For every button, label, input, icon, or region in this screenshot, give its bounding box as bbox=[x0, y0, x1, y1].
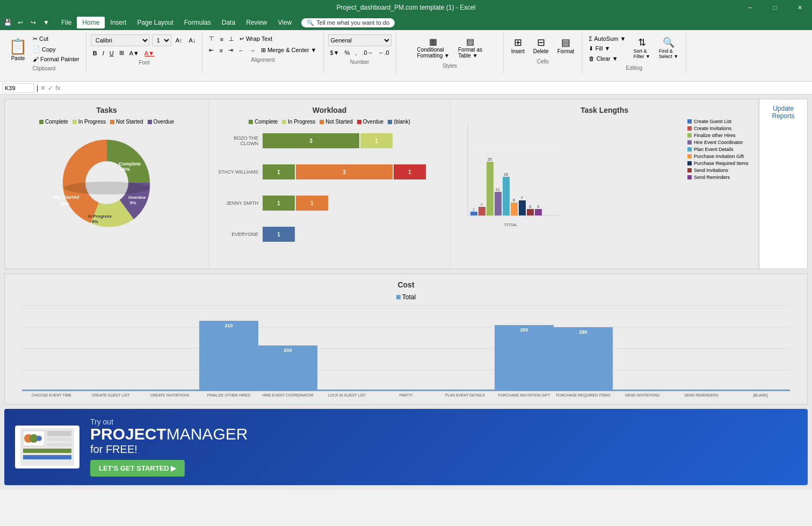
find-label: Find &Select ▼ bbox=[659, 48, 678, 59]
comma-button[interactable]: , bbox=[353, 48, 359, 57]
currency-button[interactable]: $▼ bbox=[328, 48, 342, 57]
overdue-pct-val: 9% bbox=[130, 200, 136, 205]
minimize-button[interactable]: ─ bbox=[738, 0, 763, 15]
percent-button[interactable]: % bbox=[343, 48, 352, 57]
menu-page-layout[interactable]: Page Layout bbox=[132, 17, 178, 28]
undo-qa-button[interactable]: ↩ bbox=[15, 17, 26, 28]
qa-dropdown-button[interactable]: ▼ bbox=[41, 17, 52, 28]
save-qa-button[interactable]: 💾 bbox=[2, 17, 13, 28]
underline-button[interactable]: U bbox=[107, 49, 116, 57]
workload-chart-title: Workload bbox=[215, 106, 444, 114]
font-family-select[interactable]: Calibri bbox=[91, 34, 150, 46]
align-bottom-button[interactable]: ⊥ bbox=[227, 34, 236, 44]
paste-icon: 📋 bbox=[9, 38, 27, 55]
x-label-choose: CHOOSE EVENT TIME bbox=[22, 393, 81, 398]
tasks-legend: Complete In Progress Not Started Overdue bbox=[11, 119, 202, 125]
autosum-button[interactable]: Σ AutoSum ▼ bbox=[586, 34, 628, 43]
close-button[interactable]: ✕ bbox=[787, 0, 812, 15]
align-right-button[interactable]: ⇥ bbox=[226, 46, 235, 55]
wrap-text-button[interactable]: ↵ Wrap Text bbox=[237, 34, 274, 44]
bold-button[interactable]: B bbox=[91, 49, 99, 57]
align-left-button[interactable]: ⇤ bbox=[207, 46, 216, 55]
fill-color-button[interactable]: A▼ bbox=[127, 49, 141, 57]
clear-button[interactable]: 🗑 Clear ▼ bbox=[586, 54, 628, 63]
lock-bar bbox=[317, 390, 376, 391]
in-progress-dot bbox=[73, 120, 77, 124]
insert-cells-button[interactable]: ⊞ Insert bbox=[508, 34, 528, 56]
cost-bar-create-guest bbox=[81, 390, 140, 391]
bar-purch-req bbox=[519, 200, 526, 215]
find-select-button[interactable]: 🔍 Find &Select ▼ bbox=[656, 34, 682, 61]
menu-file[interactable]: File bbox=[56, 17, 77, 28]
font-color-button[interactable]: A▼ bbox=[142, 49, 156, 57]
cut-button[interactable]: ✂ Cut bbox=[31, 34, 82, 44]
banner-cta-button[interactable]: LET'S GET STARTED ▶ bbox=[90, 460, 185, 477]
format-as-table-button[interactable]: ▤ Format asTable ▼ bbox=[455, 34, 485, 61]
menu-formulas[interactable]: Formulas bbox=[179, 17, 216, 28]
formula-input[interactable] bbox=[62, 85, 810, 91]
svg-rect-22 bbox=[47, 431, 71, 436]
border-button[interactable]: ⊞ bbox=[117, 48, 126, 57]
italic-button[interactable]: I bbox=[100, 49, 106, 57]
x-label-finalize: FINALIZE OTHER HIRES bbox=[199, 393, 258, 398]
align-middle-button[interactable]: ≡ bbox=[218, 34, 225, 44]
number-label: Number bbox=[350, 59, 369, 65]
align-center-button[interactable]: ≡ bbox=[217, 46, 224, 55]
format-cells-button[interactable]: ▤ Format bbox=[554, 34, 578, 56]
increase-font-button[interactable]: A↑ bbox=[173, 36, 185, 45]
formula-cancel-button[interactable]: ✕ bbox=[40, 84, 46, 92]
task-lengths-svg: 2 4 25 11 bbox=[457, 119, 564, 237]
editing-col1: Σ AutoSum ▼ ⬇ Fill ▼ 🗑 Clear ▼ bbox=[586, 34, 628, 63]
not-started-pct-val: 36% bbox=[60, 201, 69, 206]
tl-dot-9 bbox=[687, 175, 692, 179]
svg-text:11: 11 bbox=[496, 188, 500, 191]
wl-overdue-dot bbox=[357, 120, 361, 124]
redo-qa-button[interactable]: ↪ bbox=[28, 17, 39, 28]
fill-button[interactable]: ⬇ Fill ▼ bbox=[586, 44, 628, 53]
update-reports-button[interactable]: Update Reports bbox=[764, 105, 803, 120]
align-top-button[interactable]: ⊤ bbox=[207, 34, 216, 44]
increase-decimal-button[interactable]: .0→ bbox=[360, 48, 375, 57]
clipboard-label: Clipboard bbox=[32, 66, 55, 71]
styles-controls: ▦ ConditionalFormatting ▼ ▤ Format asTab… bbox=[414, 34, 485, 61]
bar-send-rem bbox=[535, 209, 542, 215]
conditional-formatting-button[interactable]: ▦ ConditionalFormatting ▼ bbox=[414, 34, 453, 61]
cost-legend-total: Total bbox=[396, 293, 416, 301]
paste-button[interactable]: 📋 Paste bbox=[6, 35, 30, 63]
x-label-plan: PLAN EVENT DETAILS bbox=[436, 393, 495, 398]
send-rem-bar bbox=[672, 390, 731, 391]
tasks-chart-panel: Tasks Complete In Progress Not Started O… bbox=[5, 99, 209, 269]
cost-x-labels: CHOOSE EVENT TIME CREATE GUEST LIST CREA… bbox=[22, 393, 790, 398]
number-format-select[interactable]: General bbox=[328, 34, 392, 46]
menu-view[interactable]: View bbox=[273, 17, 298, 28]
alignment-controls: ⊤ ≡ ⊥ ↵ Wrap Text ⇤ ≡ ⇥ ← → ⊞ Merge & Ce… bbox=[207, 34, 318, 55]
workload-row-bozo: BOZO THE CLOWN 3 1 bbox=[215, 133, 444, 148]
font-row2: B I U ⊞ A▼ A▼ bbox=[91, 48, 198, 57]
decrease-decimal-button[interactable]: ←.0 bbox=[376, 48, 392, 57]
cell-reference-input[interactable] bbox=[2, 83, 34, 93]
delete-cells-button[interactable]: ⊟ Delete bbox=[530, 34, 552, 56]
merge-center-button[interactable]: ⊞ Merge & Center ▼ bbox=[259, 46, 319, 55]
tell-me-input[interactable]: 🔍 Tell me what you want to do bbox=[301, 18, 395, 27]
menu-data[interactable]: Data bbox=[216, 17, 241, 28]
format-painter-button[interactable]: 🖌 Format Painter bbox=[31, 55, 82, 63]
copy-button[interactable]: 📄 Copy bbox=[31, 45, 82, 54]
formula-insert-button[interactable]: fx bbox=[55, 84, 60, 92]
menu-home[interactable]: Home bbox=[77, 17, 105, 28]
alignment-label: Alignment bbox=[251, 57, 274, 63]
maximize-button[interactable]: □ bbox=[763, 0, 787, 15]
main-content: Tasks Complete In Progress Not Started O… bbox=[0, 95, 812, 489]
purch-req-value: 280 bbox=[579, 328, 587, 335]
svg-text:7: 7 bbox=[521, 196, 523, 200]
clipboard-inner: 📋 Paste ✂ Cut 📄 Copy 🖌 Format Painter bbox=[6, 34, 82, 63]
menu-insert[interactable]: Insert bbox=[105, 17, 132, 28]
indent-decrease-button[interactable]: ← bbox=[236, 46, 247, 55]
svg-text:2: 2 bbox=[473, 208, 475, 212]
formula-confirm-button[interactable]: ✓ bbox=[48, 84, 53, 92]
indent-increase-button[interactable]: → bbox=[248, 46, 258, 55]
decrease-font-button[interactable]: A↓ bbox=[187, 36, 198, 45]
font-size-select[interactable]: 12 bbox=[152, 34, 171, 46]
cost-bar-create-inv bbox=[140, 390, 199, 391]
menu-review[interactable]: Review bbox=[241, 17, 272, 28]
sort-filter-button[interactable]: ⇅ Sort &Filter ▼ bbox=[630, 34, 653, 61]
